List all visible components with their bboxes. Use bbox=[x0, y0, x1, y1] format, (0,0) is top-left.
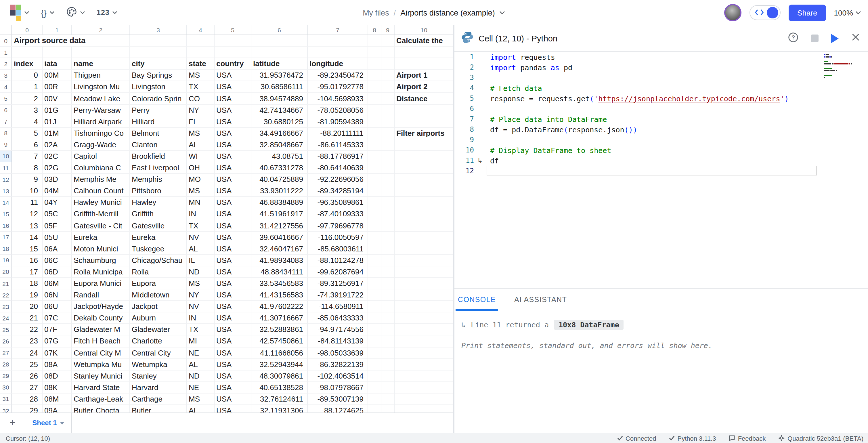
cell[interactable]: -98.07978667 bbox=[308, 382, 368, 393]
cell[interactable]: -104.5698933 bbox=[308, 93, 368, 105]
cell[interactable]: 06U bbox=[42, 301, 72, 313]
cell[interactable]: FL bbox=[187, 116, 215, 127]
cell[interactable]: 5 bbox=[12, 128, 42, 139]
cell[interactable]: Schaumburg bbox=[72, 255, 130, 266]
cell[interactable] bbox=[368, 370, 381, 382]
code-line[interactable]: 1import requests bbox=[455, 52, 868, 62]
cell[interactable]: USA bbox=[215, 243, 251, 255]
cell[interactable]: 41.98934083 bbox=[251, 255, 308, 266]
cell[interactable]: -84.81143139 bbox=[308, 336, 368, 347]
cell[interactable] bbox=[381, 139, 395, 151]
cell[interactable]: USA bbox=[215, 347, 251, 359]
cell[interactable]: -102.4063514 bbox=[308, 370, 368, 382]
cell[interactable]: USA bbox=[215, 220, 251, 232]
cell[interactable]: Gatesville - Cit bbox=[72, 220, 130, 232]
cell[interactable]: 46.88384889 bbox=[251, 197, 308, 209]
cell[interactable]: 03D bbox=[42, 174, 72, 185]
cell[interactable]: Eupora bbox=[130, 278, 187, 289]
cell[interactable]: Brookfield bbox=[130, 151, 187, 162]
cell[interactable]: Butler bbox=[130, 405, 187, 413]
cell[interactable] bbox=[395, 197, 453, 209]
cell[interactable]: IN bbox=[187, 209, 215, 220]
cell[interactable] bbox=[368, 347, 381, 359]
cell[interactable]: NY bbox=[187, 105, 215, 116]
app-version[interactable]: Quadratic 52eb3a1 (BETA) bbox=[778, 435, 863, 442]
spreadsheet-grid[interactable]: 012345678910 0Airport source dataCalcula… bbox=[0, 25, 453, 413]
row-header[interactable]: 16 bbox=[0, 220, 12, 232]
cell[interactable]: Memphis Me bbox=[72, 174, 130, 185]
cell[interactable]: Hilliard bbox=[130, 116, 187, 127]
cell[interactable] bbox=[368, 359, 381, 370]
cell[interactable]: Eupora Munici bbox=[72, 278, 130, 289]
cell[interactable]: latitude bbox=[251, 58, 308, 69]
cell[interactable]: Columbiana C bbox=[72, 162, 130, 174]
cell[interactable]: MS bbox=[187, 128, 215, 139]
cell[interactable]: 48.30079861 bbox=[251, 370, 308, 382]
cell[interactable]: 07C bbox=[42, 313, 72, 324]
cell[interactable]: -85.06433333 bbox=[308, 313, 368, 324]
cell[interactable]: OH bbox=[187, 162, 215, 174]
row-header[interactable]: 1 bbox=[0, 47, 12, 58]
cell[interactable] bbox=[368, 47, 381, 58]
column-header[interactable]: 8 bbox=[368, 25, 381, 34]
cell[interactable] bbox=[395, 278, 453, 289]
cell[interactable]: -114.6580911 bbox=[308, 301, 368, 313]
cell[interactable]: 32.46047167 bbox=[251, 243, 308, 255]
row-header[interactable]: 13 bbox=[0, 185, 12, 197]
cell[interactable] bbox=[381, 70, 395, 81]
cell[interactable]: USA bbox=[215, 336, 251, 347]
cell[interactable]: 00M bbox=[42, 70, 72, 81]
cell[interactable] bbox=[381, 301, 395, 313]
cell[interactable]: -92.22696056 bbox=[308, 174, 368, 185]
cell[interactable]: -80.64140639 bbox=[308, 162, 368, 174]
cell[interactable] bbox=[130, 35, 187, 47]
cell[interactable]: Hawley bbox=[130, 197, 187, 209]
column-header[interactable]: 5 bbox=[215, 25, 251, 34]
cell[interactable]: Airport 2 bbox=[395, 81, 453, 93]
cell[interactable]: USA bbox=[215, 116, 251, 127]
cell[interactable] bbox=[395, 232, 453, 243]
cell[interactable] bbox=[368, 174, 381, 185]
cell[interactable]: 48.88434111 bbox=[251, 266, 308, 278]
cell[interactable]: USA bbox=[215, 162, 251, 174]
cell[interactable]: Auburn bbox=[130, 313, 187, 324]
cell[interactable]: 3 bbox=[12, 105, 42, 116]
column-header[interactable]: 6 bbox=[251, 25, 308, 34]
cell[interactable]: Pittsboro bbox=[130, 185, 187, 197]
cell[interactable] bbox=[381, 105, 395, 116]
row-header[interactable]: 6 bbox=[0, 105, 12, 116]
cell[interactable]: Rolla bbox=[130, 266, 187, 278]
cell[interactable]: 16 bbox=[12, 255, 42, 266]
code-line[interactable]: 5response = requests.get('https://jsonpl… bbox=[455, 93, 868, 104]
cell[interactable]: 04M bbox=[42, 185, 72, 197]
column-header[interactable]: 3 bbox=[130, 25, 187, 34]
cell[interactable]: 32.76124611 bbox=[251, 393, 308, 405]
cell[interactable]: USA bbox=[215, 324, 251, 336]
cell[interactable]: 18 bbox=[12, 278, 42, 289]
cell[interactable]: USA bbox=[215, 278, 251, 289]
cell[interactable] bbox=[381, 405, 395, 413]
cell[interactable]: USA bbox=[215, 313, 251, 324]
cell[interactable] bbox=[368, 185, 381, 197]
cell[interactable] bbox=[368, 313, 381, 324]
cell[interactable] bbox=[368, 382, 381, 393]
cell[interactable]: 31.95376472 bbox=[251, 70, 308, 81]
cell[interactable]: Carthage-Leak bbox=[72, 393, 130, 405]
stop-button[interactable] bbox=[811, 34, 818, 42]
cell[interactable] bbox=[381, 47, 395, 58]
cell[interactable]: AL bbox=[187, 405, 215, 413]
cell[interactable] bbox=[381, 197, 395, 209]
cell[interactable]: 26 bbox=[12, 370, 42, 382]
cell[interactable] bbox=[381, 93, 395, 105]
row-header[interactable]: 17 bbox=[0, 232, 12, 243]
cell[interactable]: -85.68003611 bbox=[308, 243, 368, 255]
cell[interactable] bbox=[368, 405, 381, 413]
cell[interactable]: 39.60416667 bbox=[251, 232, 308, 243]
cell[interactable] bbox=[395, 289, 453, 301]
cell[interactable]: 17 bbox=[12, 266, 42, 278]
cell[interactable]: 06C bbox=[42, 255, 72, 266]
cell[interactable]: Carthage bbox=[130, 393, 187, 405]
cell[interactable]: NV bbox=[187, 232, 215, 243]
run-button[interactable] bbox=[831, 34, 839, 43]
row-header[interactable]: 32 bbox=[0, 405, 12, 413]
